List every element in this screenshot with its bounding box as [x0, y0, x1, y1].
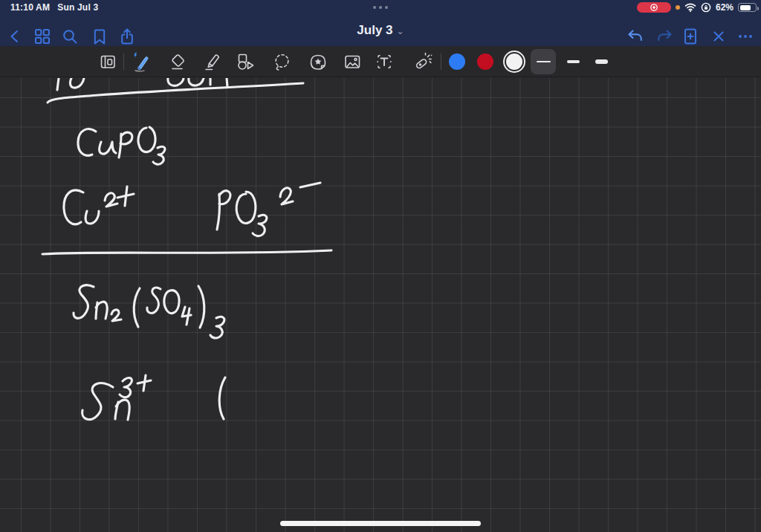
tool-eraser[interactable] — [164, 49, 190, 74]
highlighter-icon — [201, 52, 221, 71]
handwriting-paren — [219, 377, 225, 419]
toolbar-divider — [123, 53, 124, 70]
tool-page-panel[interactable] — [95, 49, 120, 74]
lasso-icon — [272, 52, 291, 71]
drawing-toolbar — [0, 46, 761, 77]
handwriting-ion1 — [64, 186, 134, 224]
undo-button[interactable] — [624, 25, 647, 48]
redo-icon — [655, 27, 674, 46]
page-panel-icon — [98, 52, 117, 71]
tool-lasso[interactable] — [269, 49, 294, 74]
color-swatch-blue[interactable] — [449, 53, 465, 70]
tool-text[interactable] — [372, 49, 397, 74]
stroke-width-thick[interactable] — [589, 49, 614, 74]
handwriting-formula2 — [74, 285, 224, 338]
handwriting-ion2 — [217, 183, 320, 236]
handwriting-divider — [42, 250, 331, 254]
screen-recording-indicator[interactable] — [637, 2, 671, 13]
tool-image[interactable] — [340, 49, 365, 74]
tool-laser-pointer[interactable] — [410, 49, 435, 74]
battery-percent: 62% — [716, 2, 734, 13]
shapes-icon — [236, 52, 255, 71]
more-icon — [736, 27, 755, 46]
add-page-button[interactable] — [679, 25, 702, 48]
color-swatch-white[interactable] — [506, 53, 522, 70]
close-button[interactable] — [707, 25, 730, 48]
handwriting-line1-right — [168, 78, 227, 87]
redo-button[interactable] — [653, 25, 676, 48]
handwriting-formula1 — [78, 127, 165, 164]
notes-app-window: 11:10 AM Sun Jul 3 62 — [0, 0, 761, 532]
add-page-icon — [681, 27, 700, 46]
note-canvas[interactable] — [0, 78, 761, 532]
notebook-title[interactable]: July 3⌄ — [0, 23, 761, 38]
stickers-icon — [308, 52, 328, 71]
home-indicator[interactable] — [280, 521, 481, 526]
more-button[interactable] — [734, 25, 757, 48]
status-bar: 11:10 AM Sun Jul 3 62 — [0, 0, 761, 15]
toolbar-divider — [441, 53, 441, 70]
text-icon — [375, 52, 394, 71]
close-icon — [709, 27, 728, 46]
mic-in-use-indicator — [676, 5, 680, 10]
title-chevron-icon: ⌄ — [397, 26, 404, 36]
tool-pen[interactable] — [128, 49, 153, 74]
handwriting-line1 — [57, 78, 84, 90]
color-swatch-red[interactable] — [477, 53, 493, 70]
eraser-icon — [167, 52, 187, 71]
handwriting-layer — [0, 78, 761, 532]
stroke-width-medium[interactable] — [560, 49, 586, 74]
stroke-width-thin[interactable] — [531, 49, 556, 74]
nav-bar: July 3⌄ — [0, 15, 761, 46]
tool-shapes[interactable] — [233, 49, 258, 74]
battery-icon — [738, 3, 757, 12]
image-icon — [343, 52, 362, 71]
tool-highlighter[interactable] — [198, 49, 224, 74]
undo-icon — [626, 27, 645, 46]
wifi-icon — [684, 3, 696, 12]
orientation-lock-icon — [701, 2, 711, 13]
laser-pointer-icon — [412, 51, 433, 72]
tool-stickers[interactable] — [305, 49, 331, 74]
pen-icon — [129, 51, 152, 73]
handwriting-ion3 — [82, 375, 151, 420]
record-icon — [650, 3, 658, 12]
